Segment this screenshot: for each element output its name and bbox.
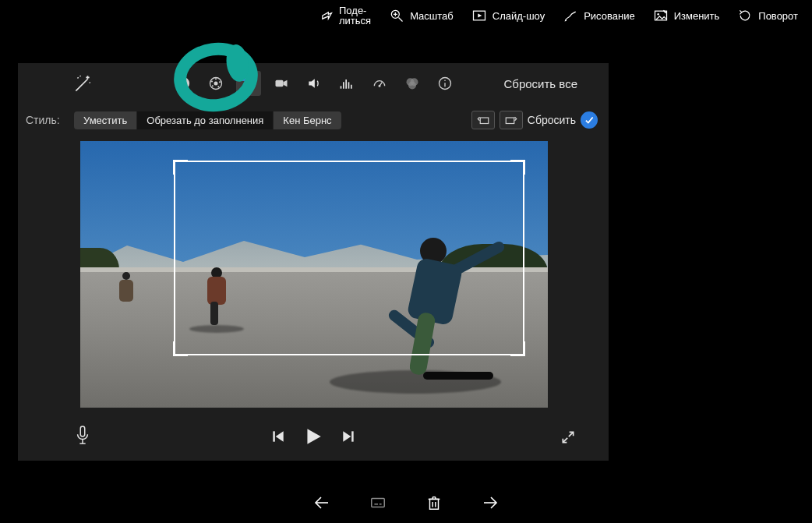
slideshow-icon [471,7,488,24]
draw-icon [562,7,579,24]
fullscreen-button[interactable] [560,429,576,445]
video-preview[interactable] [80,141,548,408]
voiceover-button[interactable] [74,425,91,447]
style-kenburns-button[interactable]: Кен Бернс [273,111,341,129]
magic-wand-button[interactable] [72,74,93,94]
color-correction-button[interactable] [207,74,225,93]
apply-button[interactable] [581,111,598,129]
volume-button[interactable] [305,74,323,93]
svg-point-29 [444,80,446,81]
svg-point-13 [217,86,219,87]
crop-handle-bl[interactable] [173,341,188,356]
svg-point-12 [219,81,221,83]
edit-button[interactable]: Изменить [652,7,720,24]
adjustment-toolbar [174,74,454,93]
svg-marker-5 [478,14,482,18]
color-filter-button[interactable] [403,74,422,93]
next-button[interactable] [341,429,356,444]
svg-rect-30 [480,118,489,124]
reset-all-button[interactable]: Сбросить все [504,77,577,90]
edit-image-icon [652,7,669,24]
svg-marker-38 [343,431,351,441]
info-button[interactable] [436,74,454,93]
slideshow-button[interactable]: Слайд-шоу [471,7,545,24]
svg-marker-37 [307,429,320,444]
svg-line-1 [399,18,403,22]
video-editor-panel: Сбросить все Стиль: Уместить Обрезать до… [18,63,609,461]
edit-label: Изменить [674,11,720,21]
svg-marker-36 [276,431,284,441]
svg-point-7 [657,13,659,15]
svg-rect-43 [372,499,385,507]
svg-point-10 [214,82,218,86]
stabilization-button[interactable] [272,74,291,93]
crop-reset-group: Сбросить [471,111,598,129]
rotate-ccw-button[interactable] [471,111,495,129]
reset-crop-button[interactable]: Сбросить [528,114,576,126]
svg-line-41 [563,438,567,443]
delete-button[interactable] [424,493,444,513]
slideshow-label: Слайд-шоу [492,11,545,21]
rotate-button[interactable]: Поворот [736,7,798,24]
rotate-icon [736,7,754,24]
rotate-label: Поворот [758,11,798,21]
style-segmented-control: Уместить Обрезать до заполнения Кен Берн… [74,111,341,129]
svg-point-23 [379,86,380,87]
forward-button[interactable] [480,493,500,513]
play-group [270,426,356,447]
top-menu: Поде- литься Масштаб Слайд-шоу Рисование… [0,0,812,31]
svg-rect-31 [506,118,514,124]
preview-skater-far [111,275,143,322]
crop-handle-tr[interactable] [510,160,525,175]
svg-rect-16 [276,80,284,87]
crop-button[interactable] [236,71,261,96]
back-button[interactable] [312,493,332,513]
svg-rect-46 [430,499,439,509]
crop-rectangle[interactable] [174,161,524,355]
zoom-icon [388,7,405,24]
crop-style-row: Стиль: Уместить Обрезать до заполнения К… [18,108,609,132]
zoom-label: Масштаб [410,11,454,21]
svg-line-40 [569,432,574,436]
svg-point-15 [211,81,213,83]
draw-label: Рисование [584,11,634,21]
svg-rect-32 [80,426,85,436]
speed-button[interactable] [370,74,389,93]
style-fit-button[interactable]: Уместить [74,111,136,129]
share-button[interactable]: Поде- литься [317,5,371,26]
color-balance-button[interactable] [174,74,192,93]
share-label: Поде- литься [339,5,371,26]
svg-point-11 [215,78,217,80]
rotate-cw-button[interactable] [500,111,523,129]
svg-rect-39 [351,431,354,441]
svg-point-26 [408,82,416,90]
style-cropfill-button[interactable]: Обрезать до заполнения [136,111,273,129]
bottom-bar [0,482,812,523]
playback-controls [18,422,609,453]
crop-handle-tl[interactable] [173,160,188,175]
svg-point-14 [212,85,214,87]
draw-button[interactable]: Рисование [562,7,634,24]
style-label: Стиль: [26,114,60,126]
noise-reduction-button[interactable] [337,74,356,93]
play-button[interactable] [303,426,323,447]
share-icon [317,7,334,24]
crop-handle-br[interactable] [510,341,525,356]
caption-button[interactable] [368,493,388,513]
svg-rect-35 [273,431,275,441]
zoom-button[interactable]: Масштаб [388,7,454,24]
prev-button[interactable] [270,429,286,444]
